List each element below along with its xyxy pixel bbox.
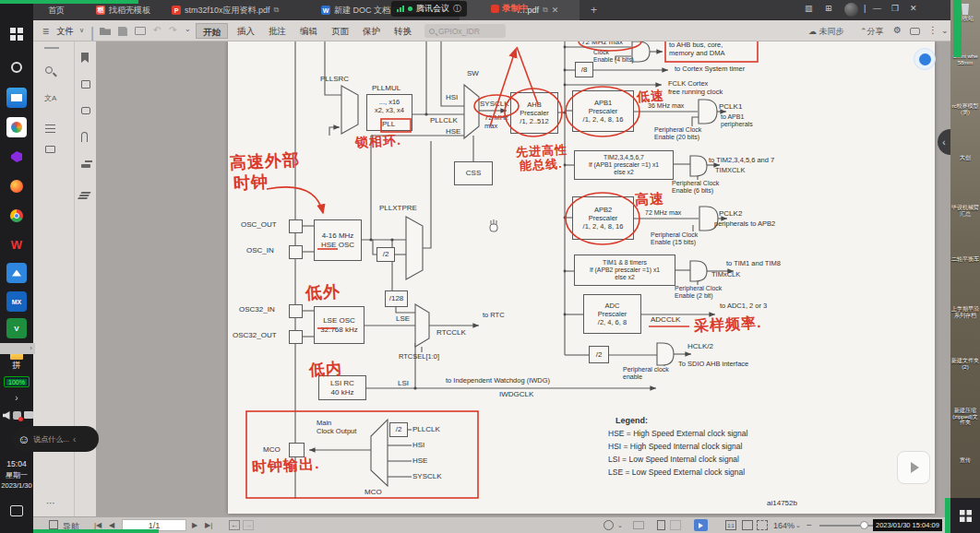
sync-status[interactable]: ☁ 未同步 xyxy=(808,26,844,38)
chat-collapse-chevron[interactable]: ‹ xyxy=(73,434,76,444)
smiley-icon[interactable]: ☺ xyxy=(18,433,30,445)
document-search-box[interactable]: GPIOx_IDR xyxy=(424,24,506,38)
notification-center-icon[interactable] xyxy=(10,505,23,516)
narrow-mode-icon[interactable]: ▥ xyxy=(805,4,813,13)
meeting-info-icon[interactable]: ⓘ xyxy=(453,3,461,15)
speaker-icon[interactable] xyxy=(3,411,10,420)
desktop-icon-rc[interactable]: rc校赛模型(简) xyxy=(951,103,979,115)
desktop-icon-balance-car[interactable]: 二轮平衡车 xyxy=(951,256,979,263)
desktop-icon-xuanchuan[interactable]: 宣传 xyxy=(951,457,979,464)
meeting-overlay[interactable]: 腾讯会议 ⓘ xyxy=(391,1,467,17)
eye-protect-caret[interactable]: ⌄ xyxy=(617,520,623,531)
taskbar-item-visual-studio[interactable] xyxy=(6,147,27,167)
taskbar-item-netdisk[interactable] xyxy=(6,263,27,283)
comment-bubble-icon[interactable] xyxy=(910,28,920,35)
zoom-out-button[interactable]: − xyxy=(807,520,812,531)
taskbar-item-meeting[interactable] xyxy=(6,117,27,137)
ribbon-tab-protect[interactable]: 保护 xyxy=(356,23,387,39)
taskbar-item-vs-green[interactable]: V xyxy=(6,318,27,338)
search-query-text: GPIOx_IDR xyxy=(438,27,480,36)
open-file-icon[interactable] xyxy=(100,28,111,35)
save-icon[interactable] xyxy=(118,27,127,36)
chat-input-placeholder[interactable]: 说点什么... xyxy=(33,434,69,444)
assistant-button[interactable] xyxy=(914,48,936,70)
more-menu-icon[interactable]: ⋮ xyxy=(928,25,938,35)
tab-close-icon[interactable]: ✕ xyxy=(552,6,559,15)
settings-sliders-icon[interactable] xyxy=(45,117,55,127)
close-button[interactable]: ✕ xyxy=(910,4,917,13)
collapsed-overlay-bar[interactable]: › xyxy=(0,343,35,354)
eye-protect-icon[interactable] xyxy=(604,520,614,530)
collapse-ribbon-icon[interactable]: ⌄ xyxy=(941,26,949,35)
ribbon-tab-insert[interactable]: 插入 xyxy=(231,23,261,39)
find-icon[interactable] xyxy=(45,65,53,76)
zoom-level[interactable]: 164% xyxy=(773,521,795,530)
avatar[interactable] xyxy=(844,3,858,17)
clock-time[interactable]: 15:04 xyxy=(0,459,33,468)
workspace-grid-icon[interactable]: ⊞ xyxy=(825,4,832,13)
taskbar-item-wps[interactable]: W xyxy=(6,234,27,255)
recorder-icon[interactable] xyxy=(13,411,21,420)
minimize-button[interactable]: — xyxy=(873,4,881,13)
file-menu-caret[interactable]: ∨ xyxy=(79,27,84,34)
maximize-button[interactable]: ❐ xyxy=(891,4,899,13)
print-icon[interactable] xyxy=(135,27,146,35)
ribbon-tab-edit[interactable]: 编辑 xyxy=(293,23,324,39)
history-back-button[interactable]: ← xyxy=(229,520,240,530)
panel-handle[interactable] xyxy=(44,47,59,49)
next-page-button[interactable]: ▶ xyxy=(192,520,197,531)
desktop-icon-dachuang[interactable]: 大创 xyxy=(951,155,979,161)
camera-icon[interactable] xyxy=(24,411,33,419)
desktop-icon-newfolder[interactable]: 新建文件夹(2) xyxy=(951,358,979,370)
attachment-icon[interactable] xyxy=(81,132,88,144)
chat-overlay[interactable]: ☺ 说点什么... ‹ xyxy=(12,426,99,452)
redo-icon[interactable]: ↷ xyxy=(169,25,176,35)
ribbon-tab-convert[interactable]: 转换 xyxy=(388,23,418,39)
history-forward-button[interactable]: → xyxy=(243,520,254,530)
hamburger-menu-icon[interactable]: ≡ xyxy=(42,25,49,38)
ribbon-tab-page[interactable]: 页面 xyxy=(325,23,355,39)
layers-icon[interactable] xyxy=(81,185,90,195)
label-sysclk-max: 72 MHz max xyxy=(484,114,508,131)
share-button[interactable]: ⌃分享 xyxy=(860,26,884,38)
panel-more-dots[interactable]: ⋯ xyxy=(46,498,55,508)
stamp-icon[interactable] xyxy=(81,160,90,170)
nav-panel-icon[interactable] xyxy=(49,520,58,529)
snapshot-icon[interactable] xyxy=(81,80,90,90)
taskbar-item-mail[interactable] xyxy=(6,88,27,108)
actual-size-icon[interactable]: 1:1 xyxy=(725,520,736,530)
zoom-caret[interactable]: ⌄ xyxy=(795,520,801,531)
toolbar-caret-icon[interactable]: ⌄ xyxy=(185,25,191,33)
translate-icon[interactable]: 文A xyxy=(44,93,56,103)
taskbar-item-chrome[interactable] xyxy=(6,206,27,226)
single-page-icon[interactable] xyxy=(657,520,665,530)
tab-pdf-document[interactable]: P stm32f10x应用资料.pdf ⧉ xyxy=(166,0,284,20)
settings-gear-icon[interactable]: ⚙ xyxy=(893,25,902,35)
video-widget-button[interactable] xyxy=(897,451,930,484)
last-page-button[interactable]: ▶| xyxy=(205,520,212,531)
file-menu[interactable]: 文件 xyxy=(56,26,74,38)
ribbon-tab-comment[interactable]: 批注 xyxy=(262,23,293,39)
ime-indicator[interactable]: 拼 xyxy=(0,360,33,372)
bookmark-icon[interactable] xyxy=(81,53,89,65)
two-page-icon[interactable] xyxy=(670,520,681,530)
slideshow-button[interactable] xyxy=(694,519,708,531)
start-button[interactable] xyxy=(6,24,27,44)
read-mode-icon[interactable] xyxy=(45,145,55,155)
new-tab-button[interactable]: + xyxy=(585,0,603,20)
taskbar-item-firefox[interactable] xyxy=(6,176,27,196)
desktop-icon-bishe[interactable]: 毕设机械臂汇总 xyxy=(951,205,979,217)
search-button[interactable] xyxy=(6,57,27,77)
undo-icon[interactable]: ↶ xyxy=(153,25,161,35)
fit-page-icon[interactable] xyxy=(757,520,768,530)
ribbon-tab-home[interactable]: 开始 xyxy=(196,23,228,39)
desktop-icon-archive[interactable]: 上学期早沿系列存档 xyxy=(951,306,979,318)
taskbar-item-mx[interactable]: MX xyxy=(6,291,27,312)
desktop-icon-zipped[interactable]: 新建压缩(zipped)文件夹 xyxy=(951,408,979,426)
tray-expand-chevron[interactable]: › xyxy=(0,393,33,403)
book-view-icon[interactable] xyxy=(633,521,644,529)
zoom-slider-handle[interactable] xyxy=(860,521,868,529)
comment-panel-icon[interactable] xyxy=(81,106,90,116)
fit-width-icon[interactable] xyxy=(742,520,753,530)
windows-logo-icon[interactable] xyxy=(960,510,972,522)
